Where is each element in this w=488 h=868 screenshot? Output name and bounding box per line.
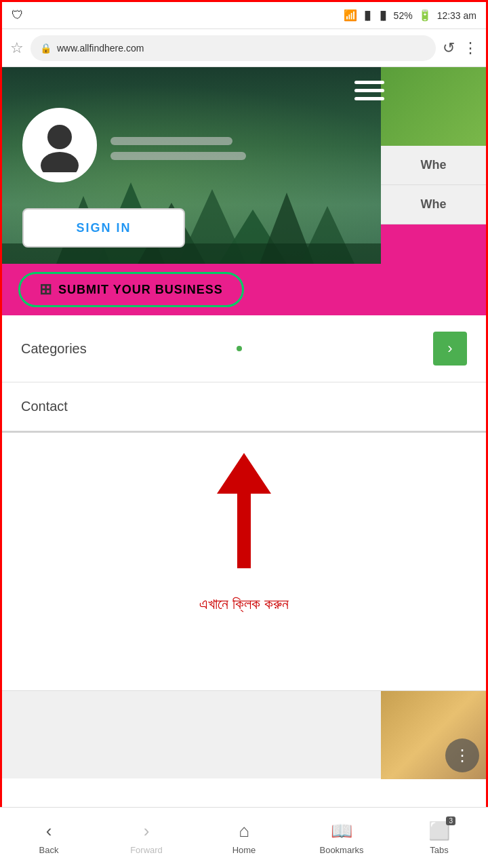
bookmarks-nav-item[interactable]: 📖 Bookmarks bbox=[308, 821, 375, 855]
bride-thumbnail: ⋮ bbox=[381, 691, 486, 779]
arrow-shaft bbox=[237, 487, 251, 568]
avatar-section bbox=[22, 108, 246, 182]
signin-button[interactable]: SIGN IN bbox=[22, 208, 185, 248]
bookmark-star-icon[interactable]: ☆ bbox=[10, 39, 24, 57]
avatar bbox=[22, 108, 97, 182]
person-silhouette bbox=[33, 118, 87, 172]
data-icon: ▐▌ bbox=[363, 11, 373, 20]
submit-business-bar: ⊞ SUBMIT YOUR BUSINESS bbox=[2, 264, 486, 315]
right-panel-label-1: Whe bbox=[421, 158, 447, 172]
tabs-icon: ⬜ 3 bbox=[428, 821, 450, 842]
tabs-label: Tabs bbox=[430, 845, 448, 855]
annotation-area: এখানে ক্লিক করুন bbox=[2, 433, 486, 690]
nav-menu: Categories › Contact bbox=[2, 315, 486, 433]
contact-label: Contact bbox=[21, 399, 68, 414]
reload-button[interactable]: ↺ bbox=[443, 39, 455, 57]
url-text: www.allfindhere.com bbox=[57, 43, 144, 54]
submit-business-button[interactable]: ⊞ SUBMIT YOUR BUSINESS bbox=[18, 272, 244, 307]
right-panel-pink-item bbox=[381, 224, 486, 264]
contact-nav-item[interactable]: Contact bbox=[2, 382, 486, 431]
svg-point-8 bbox=[47, 125, 72, 149]
right-panel-label-2: Whe bbox=[421, 197, 447, 212]
bottom-content-area: ⋮ bbox=[2, 690, 486, 778]
forward-icon: › bbox=[144, 821, 150, 842]
red-arrow-annotation bbox=[142, 453, 346, 589]
more-dots-icon: ⋮ bbox=[454, 746, 470, 765]
back-nav-item[interactable]: ‹ Back bbox=[15, 821, 83, 855]
forward-label: Forward bbox=[130, 845, 163, 855]
more-options-button[interactable]: ⋮ bbox=[463, 39, 478, 57]
back-label: Back bbox=[39, 845, 59, 855]
home-label: Home bbox=[232, 845, 256, 855]
categories-label: Categories bbox=[21, 341, 87, 357]
bottom-navigation: ‹ Back › Forward ⌂ Home 📖 Bookmarks ⬜ 3 … bbox=[0, 807, 488, 868]
url-bar[interactable]: 🔒 www.allfindhere.com bbox=[30, 35, 436, 61]
categories-dot bbox=[237, 346, 242, 351]
bookmarks-label: Bookmarks bbox=[319, 845, 363, 855]
categories-nav-item[interactable]: Categories › bbox=[2, 315, 486, 382]
tabs-count: 3 bbox=[446, 816, 455, 825]
right-side-panel: Whe Whe bbox=[381, 67, 486, 264]
bookmarks-icon: 📖 bbox=[331, 821, 352, 842]
battery-percent: 52% bbox=[394, 10, 413, 21]
main-content: SIGN IN Whe Whe ⊞ SUBMIT YOUR BUSINESS C… bbox=[2, 67, 486, 778]
home-nav-item[interactable]: ⌂ Home bbox=[210, 821, 278, 855]
submit-icon: ⊞ bbox=[39, 281, 52, 298]
status-bar: 🛡 📶 ▐▌ ▐▌ 52% 🔋 12:33 am bbox=[2, 2, 486, 29]
lock-icon: 🔒 bbox=[40, 43, 52, 54]
battery-icon: 🔋 bbox=[418, 9, 432, 22]
right-panel-item-1: Whe bbox=[381, 146, 486, 185]
user-info-placeholder bbox=[110, 137, 246, 160]
submit-label: SUBMIT YOUR BUSINESS bbox=[58, 283, 223, 297]
tabs-nav-item[interactable]: ⬜ 3 Tabs bbox=[405, 821, 473, 855]
hamburger-menu[interactable] bbox=[354, 81, 384, 100]
svg-point-9 bbox=[41, 152, 79, 172]
ham-line-3 bbox=[354, 97, 384, 100]
browser-bar: ☆ 🔒 www.allfindhere.com ↺ ⋮ bbox=[2, 29, 486, 67]
shield-icon: 🛡 bbox=[12, 8, 24, 22]
categories-arrow[interactable]: › bbox=[433, 332, 467, 366]
home-icon: ⌂ bbox=[239, 821, 249, 842]
ham-line-2 bbox=[354, 89, 384, 92]
status-left: 🛡 bbox=[12, 8, 24, 22]
right-panel-item-2: Whe bbox=[381, 185, 486, 224]
click-instruction-text: এখানে ক্লিক করুন bbox=[199, 595, 289, 613]
hero-section: SIGN IN Whe Whe bbox=[2, 67, 486, 264]
signal-icon: ▐▌ bbox=[378, 11, 388, 20]
forward-nav-item[interactable]: › Forward bbox=[113, 821, 180, 855]
back-icon: ‹ bbox=[46, 821, 52, 842]
more-options-overlay[interactable]: ⋮ bbox=[445, 738, 479, 772]
ham-line-1 bbox=[354, 81, 384, 84]
status-right: 📶 ▐▌ ▐▌ 52% 🔋 12:33 am bbox=[344, 9, 476, 22]
time-display: 12:33 am bbox=[437, 10, 476, 21]
wifi-icon: 📶 bbox=[344, 9, 357, 22]
right-panel-image-top bbox=[381, 67, 486, 146]
signin-label: SIGN IN bbox=[76, 221, 131, 235]
browser-actions: ↺ ⋮ bbox=[443, 39, 478, 57]
